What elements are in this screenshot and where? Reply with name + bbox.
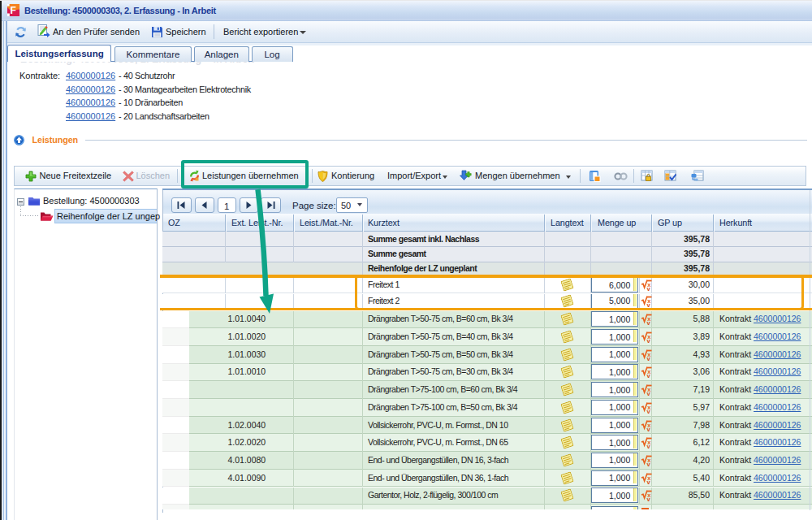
svg-text:F: F bbox=[10, 5, 15, 16]
